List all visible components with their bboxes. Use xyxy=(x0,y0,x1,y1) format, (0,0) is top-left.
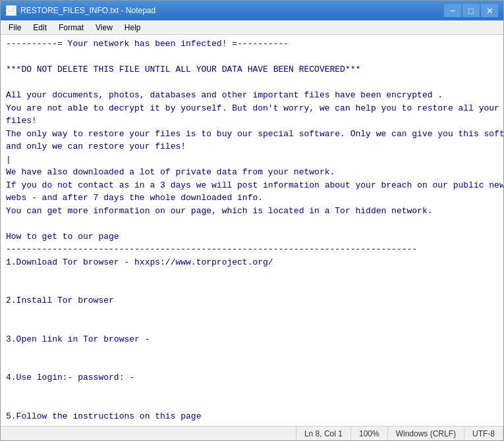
menu-file[interactable]: File xyxy=(3,22,26,34)
title-controls: − □ ✕ xyxy=(444,4,498,17)
menu-help[interactable]: Help xyxy=(119,22,146,34)
encoding: UTF-8 xyxy=(464,427,503,440)
window-title: RESTORE_FILES_INFO.txt - Notepad xyxy=(20,6,155,15)
cursor-position: Ln 8, Col 1 xyxy=(296,427,351,440)
menu-edit[interactable]: Edit xyxy=(28,22,52,34)
menu-format[interactable]: Format xyxy=(53,22,89,34)
notepad-window: 📄 RESTORE_FILES_INFO.txt - Notepad − □ ✕… xyxy=(0,0,504,441)
minimize-button[interactable]: − xyxy=(444,4,461,17)
close-button[interactable]: ✕ xyxy=(481,4,498,17)
text-editor[interactable] xyxy=(1,35,503,426)
title-bar-left: 📄 RESTORE_FILES_INFO.txt - Notepad xyxy=(6,5,155,16)
status-spacer xyxy=(1,427,296,440)
app-icon: 📄 xyxy=(6,5,16,16)
zoom-level: 100% xyxy=(351,427,388,440)
menu-view[interactable]: View xyxy=(90,22,118,34)
maximize-button[interactable]: □ xyxy=(462,4,480,17)
title-bar: 📄 RESTORE_FILES_INFO.txt - Notepad − □ ✕ xyxy=(1,1,503,20)
status-bar: Ln 8, Col 1 100% Windows (CRLF) UTF-8 xyxy=(1,426,503,440)
menu-bar: File Edit Format View Help xyxy=(1,20,503,35)
line-ending: Windows (CRLF) xyxy=(388,427,464,440)
